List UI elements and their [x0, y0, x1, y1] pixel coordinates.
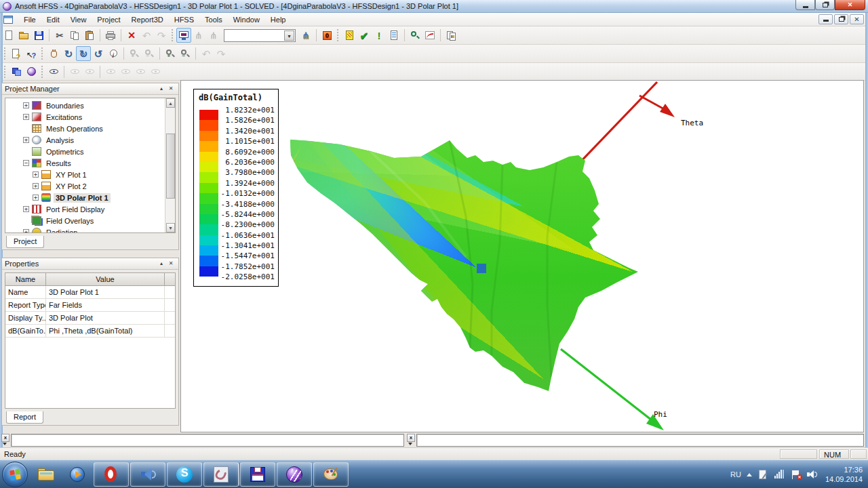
hidden-icons-arrow-icon[interactable] — [747, 473, 752, 476]
eye-visible-button[interactable] — [46, 64, 61, 79]
progress-field[interactable] — [416, 434, 864, 447]
boolean-cube-button[interactable] — [9, 64, 24, 79]
tree-item-radiation[interactable]: +Radiation — [5, 226, 175, 233]
expand-icon[interactable]: + — [33, 183, 39, 189]
zoom-in-button[interactable]: + — [163, 46, 178, 61]
exclaim-green-button[interactable]: ! — [372, 28, 387, 43]
zoom-out-button[interactable]: − — [178, 46, 193, 61]
o-badge-button[interactable] — [319, 28, 334, 43]
solve-monitor-button[interactable] — [176, 28, 191, 43]
info-circle-button[interactable]: i — [106, 46, 121, 61]
paste-clipboard-button[interactable] — [82, 28, 97, 43]
solution-setup-combobox[interactable]: ▼ — [224, 29, 296, 42]
expand-icon[interactable]: + — [33, 171, 39, 178]
chevron-down-icon[interactable]: ▼ — [284, 30, 294, 41]
menu-item-project[interactable]: Project — [92, 14, 125, 26]
rotate-axis-button[interactable]: ↺ — [91, 46, 106, 61]
taskbar-item-paint[interactable] — [313, 462, 349, 487]
scroll-thumb[interactable] — [166, 134, 175, 199]
dock-close-icon[interactable]: x — [407, 434, 415, 442]
magnifier-green-button[interactable] — [408, 28, 422, 43]
copy-button[interactable] — [67, 28, 82, 43]
document-icon[interactable] — [3, 16, 13, 24]
property-value[interactable]: 3D Polar Plot — [46, 312, 165, 324]
menu-item-tools[interactable]: Tools — [199, 14, 228, 26]
properties-header[interactable]: Properties ▴ ✕ — [2, 258, 178, 270]
help-doc-button[interactable]: ? — [9, 46, 24, 61]
expand-icon[interactable]: + — [23, 206, 29, 212]
save-floppy-button[interactable] — [31, 28, 46, 43]
scroll-down-icon[interactable]: ▼ — [166, 223, 175, 232]
expand-icon[interactable]: + — [23, 229, 29, 233]
new-document-button[interactable] — [1, 28, 16, 43]
dock-expand-icon[interactable] — [408, 443, 412, 445]
doc-yellow-button[interactable] — [342, 28, 357, 43]
property-value[interactable]: Far Fields — [46, 299, 165, 311]
clipboard-tray-icon[interactable] — [757, 469, 768, 480]
help-arrow-button[interactable]: ↖? — [24, 46, 39, 61]
scroll-up-icon[interactable]: ▲ — [166, 98, 175, 108]
taskbar-item-explorer[interactable] — [31, 462, 61, 487]
tree-item-3d-polar-plot-1[interactable]: +3D Polar Plot 1 — [5, 192, 175, 203]
property-row[interactable]: Name3D Polar Plot 1 — [5, 286, 175, 299]
start-button[interactable] — [2, 462, 28, 487]
rotate-free-button[interactable]: ↻ — [61, 46, 76, 61]
property-value[interactable]: Phi ,Theta ,dB(GainTotal) — [46, 325, 165, 337]
project-manager-header[interactable]: Project Manager ▴ ✕ — [2, 83, 178, 95]
taskbar-item-ansoft-hfss[interactable] — [277, 462, 312, 487]
network-signal-icon[interactable] — [774, 469, 785, 480]
fork-color-button[interactable]: ⋔ — [298, 28, 313, 43]
column-header-name[interactable]: Name — [5, 273, 46, 285]
sphere-orb-button[interactable] — [24, 64, 39, 79]
toolbar-grip[interactable] — [171, 29, 174, 41]
panel-collapse-icon[interactable]: ▴ — [157, 260, 166, 268]
collapse-icon[interactable]: − — [23, 160, 29, 166]
tab-project[interactable]: Project — [6, 236, 44, 248]
expand-icon[interactable]: + — [23, 102, 29, 108]
taskbar-item-floppy-app[interactable] — [240, 462, 275, 487]
property-value[interactable]: 3D Polar Plot 1 — [46, 286, 165, 298]
expand-icon[interactable]: + — [33, 195, 39, 201]
tab-report[interactable]: Report — [6, 411, 43, 424]
taskbar-item-skype[interactable]: S — [167, 462, 202, 487]
panel-close-icon[interactable]: ✕ — [166, 260, 176, 268]
taskbar-item-opera[interactable] — [94, 462, 129, 487]
doc-notes-button[interactable] — [387, 28, 401, 43]
mdi-restore-button[interactable] — [834, 14, 848, 24]
clock[interactable]: 17:36 14.09.2014 — [825, 465, 867, 484]
language-indicator[interactable]: RU — [730, 470, 741, 479]
menu-item-window[interactable]: Window — [228, 14, 265, 26]
mdi-close-button[interactable]: ✕ — [850, 14, 864, 24]
message-field[interactable] — [11, 434, 404, 447]
tree-item-field-overlays[interactable]: Field Overlays — [5, 215, 175, 226]
panel-close-icon[interactable]: ✕ — [166, 85, 176, 93]
action-center-flag-icon[interactable]: ✕ — [790, 469, 801, 480]
tree-item-boundaries[interactable]: +Boundaries — [5, 100, 175, 111]
taskbar-item-squiggle-app[interactable] — [203, 462, 239, 487]
toolbar-grip[interactable] — [3, 47, 7, 60]
tree-item-port-field-display[interactable]: +Port Field Display — [5, 203, 175, 215]
copy-image-button[interactable] — [443, 28, 458, 43]
tree-item-results[interactable]: −Results — [5, 157, 175, 169]
restore-button[interactable] — [815, 0, 835, 10]
toolbar-grip[interactable] — [336, 29, 340, 41]
tree-item-excitations[interactable]: +Excitations — [5, 111, 175, 123]
dock-close-icon[interactable]: x — [1, 434, 9, 442]
taskbar-item-media-player[interactable] — [62, 462, 92, 487]
expand-icon[interactable]: + — [23, 114, 29, 120]
open-folder-button[interactable] — [16, 28, 31, 43]
title-bar[interactable]: Ansoft HFSS - 4DginaParabolaV3 - HFSSDes… — [0, 0, 868, 13]
toolbar-grip[interactable] — [3, 66, 7, 78]
tree-item-optimetrics[interactable]: Optimetrics — [5, 146, 175, 157]
print-button[interactable] — [103, 28, 118, 43]
tree-item-xy-plot-1[interactable]: +XY Plot 1 — [5, 169, 175, 180]
menu-item-view[interactable]: View — [65, 14, 92, 26]
toolbar-grip[interactable] — [41, 47, 44, 60]
menu-item-file[interactable]: File — [18, 14, 41, 26]
expand-icon[interactable]: + — [23, 137, 29, 143]
pan-hand-button[interactable] — [46, 46, 61, 61]
check-green-button[interactable]: ✔ — [357, 28, 372, 43]
close-button[interactable]: ✕ — [835, 0, 865, 10]
menu-item-hfss[interactable]: HFSS — [169, 14, 199, 26]
property-row[interactable]: Report TypeFar Fields — [5, 299, 175, 312]
